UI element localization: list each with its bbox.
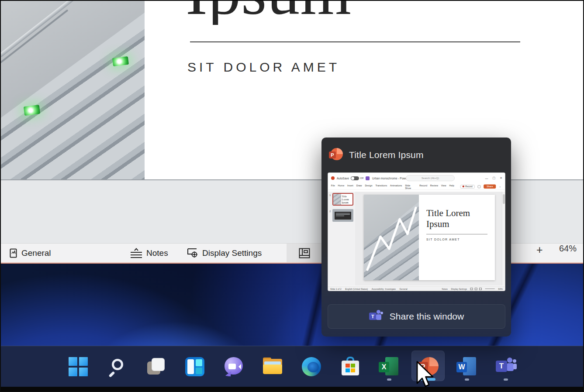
microsoft-store-icon <box>341 357 360 377</box>
mouse-cursor <box>415 361 435 388</box>
mini-ribbon-tab: Animations <box>390 184 402 189</box>
taskbar-search-button[interactable] <box>106 351 128 383</box>
mini-autosave-toggle <box>351 176 359 180</box>
mini-ribbon-tab: Transitions <box>375 184 387 189</box>
mini-slide2-number: 2 <box>329 210 331 213</box>
sensitivity-icon <box>10 248 17 258</box>
mini-editor-body: 1 Title Lorem Ipsum 2 <box>328 192 505 285</box>
mini-slide-rule <box>426 234 487 234</box>
notes-icon <box>130 248 142 258</box>
mini-zoom-level: 64% <box>498 288 503 290</box>
preview-header: P Title Lorem Ipsum <box>321 138 511 172</box>
mini-notes-label: Notes <box>442 288 448 290</box>
mini-ribbon-tab: Slide Show <box>405 184 416 189</box>
taskbar-icons: X P W T <box>0 346 584 387</box>
slide-stairs-image <box>0 0 145 179</box>
taskbar-task-view-button[interactable] <box>145 351 167 383</box>
sensitivity-label: General <box>21 248 51 258</box>
mini-search-box: Search (Alt+Q) <box>406 175 455 181</box>
mini-share-button: Share <box>484 185 496 189</box>
mini-record-label: Record <box>465 186 472 188</box>
share-this-window-label: Share this window <box>390 311 464 322</box>
mini-ribbon-tab: Record <box>419 184 427 189</box>
mini-status-bar: Slide 1 of 2English (United States)Acces… <box>328 286 505 291</box>
mini-current-slide: Title Lorem Ipsum SIT DOLOR AMET <box>364 195 495 280</box>
mini-status-item: Slide 1 of 2 <box>330 288 342 290</box>
taskbar-teams-button[interactable]: T <box>494 351 517 383</box>
mini-powerpoint-icon <box>331 176 335 180</box>
screenshot-bottom-border <box>0 387 584 392</box>
mini-slide1-title: Title Lorem Ipsum <box>342 195 349 204</box>
search-icon <box>107 357 127 376</box>
display-settings-button[interactable]: Display Settings <box>187 244 262 263</box>
mini-close-icon: ✕ <box>500 176 502 180</box>
mini-slide-title: Title Lorem Ipsum <box>426 208 495 230</box>
mini-slide2-thumbnail <box>332 209 353 222</box>
word-icon: W <box>456 357 477 377</box>
sensitivity-label-button[interactable]: General <box>10 244 51 263</box>
taskbar-widgets-button[interactable] <box>183 351 206 383</box>
slide-subtitle-text[interactable]: SIT DOLOR AMET <box>187 60 340 75</box>
mini-view-buttons <box>470 288 482 290</box>
normal-view-button[interactable] <box>287 244 322 263</box>
mini-slide-panel: 1 Title Lorem Ipsum 2 <box>328 192 355 285</box>
chat-icon <box>224 357 244 376</box>
mini-slide1-image <box>333 194 341 205</box>
mini-window-controls: — ▢ ✕ <box>485 173 503 183</box>
taskbar-preview-popup: P Title Lorem Ipsum AutoSave Off Urban m… <box>321 138 511 337</box>
taskbar-start-button[interactable] <box>67 351 90 383</box>
mini-ribbon-tab: Review <box>430 184 438 189</box>
mini-comments-icon <box>478 185 481 188</box>
mini-status-item: English (United States) <box>345 288 368 290</box>
teams-running-indicator <box>504 378 508 381</box>
mini-status-item: Accessibility: Investigate <box>372 288 396 290</box>
taskbar-word-button[interactable]: W <box>456 351 478 383</box>
mini-ribbon-tab: Insert <box>347 184 353 189</box>
mini-slide1-number: 1 <box>329 194 331 196</box>
display-settings-icon <box>187 248 198 258</box>
mini-slide-stairs-image <box>364 195 419 280</box>
notes-button[interactable]: Notes <box>130 244 168 263</box>
taskbar-excel-button[interactable]: X <box>378 351 401 383</box>
mini-ribbon: FileHomeInsertDrawDesignTransitionsAnima… <box>328 183 505 190</box>
excel-running-indicator <box>387 378 391 381</box>
mini-maximize-icon: ▢ <box>493 176 496 180</box>
file-explorer-icon <box>263 358 283 376</box>
mini-slide-subtitle: SIT DOLOR AMET <box>426 238 495 241</box>
teams-icon: T <box>369 310 383 323</box>
word-running-indicator <box>465 378 469 381</box>
excel-icon: X <box>379 357 400 377</box>
taskbar-file-explorer-button[interactable] <box>261 351 284 383</box>
window-thumbnail[interactable]: AutoSave Off Urban monochrome - PowerPoi… <box>328 172 505 291</box>
taskbar-chat-button[interactable] <box>222 351 245 383</box>
normal-view-icon <box>299 248 310 258</box>
mini-ribbon-tab: Help <box>449 184 454 189</box>
slide-title-clip: Ipsum <box>186 0 387 25</box>
mini-titlebar: AutoSave Off Urban monochrome - PowerPoi… <box>328 173 505 183</box>
mini-minimize-icon: — <box>485 177 488 180</box>
mini-ribbon-tab: Home <box>338 184 345 189</box>
mini-zigzag-line <box>364 195 419 280</box>
start-icon <box>69 357 88 376</box>
taskbar-edge-button[interactable] <box>300 351 323 383</box>
slide-title-text[interactable]: Ipsum <box>186 0 387 24</box>
task-view-icon <box>146 357 166 376</box>
mini-ribbon-collapse-icon: ⌄ <box>499 185 501 188</box>
powerpoint-icon: P <box>329 148 342 162</box>
taskbar: X P W T <box>0 346 584 387</box>
mini-save-icon <box>366 176 370 180</box>
zoom-level-value[interactable]: 64% <box>559 244 577 254</box>
notes-label: Notes <box>146 248 168 258</box>
mini-status-left: Slide 1 of 2English (United States)Acces… <box>330 288 408 290</box>
edge-icon <box>302 357 321 376</box>
screen: Ipsum SIT DOLOR AMET General No <box>0 0 584 392</box>
widgets-icon <box>185 357 204 376</box>
mini-ribbon-tab: Design <box>365 184 372 189</box>
mini-ribbon-tab: View <box>441 184 446 189</box>
taskbar-store-button[interactable] <box>339 351 362 383</box>
mini-ribbon-tab: File <box>331 184 335 189</box>
share-this-window-button[interactable]: T Share this window <box>328 304 505 329</box>
mini-slide1-thumbnail: Title Lorem Ipsum <box>332 193 353 206</box>
zoom-in-button[interactable]: + <box>536 244 543 256</box>
mini-zoom-slider <box>485 289 495 289</box>
